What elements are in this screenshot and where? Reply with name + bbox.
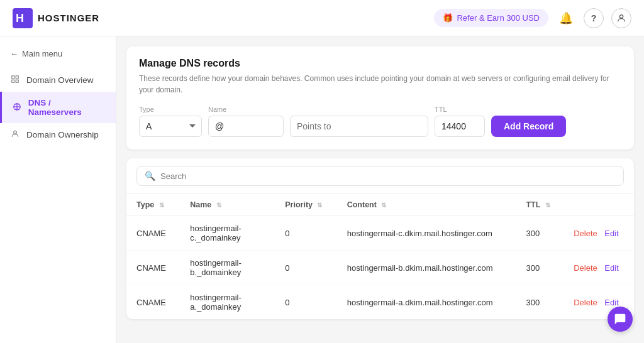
points-to-input[interactable] xyxy=(290,116,428,137)
cell-ttl-2: 300 xyxy=(516,285,564,320)
col-actions xyxy=(564,194,634,216)
edit-button-1[interactable]: Edit xyxy=(604,263,618,273)
table-row: CNAME hostingermail-a._domainkey 0 hosti… xyxy=(126,285,634,320)
type-field: Type A AAAA CNAME MX TXT NS SRV xyxy=(139,106,202,137)
cell-type-2: CNAME xyxy=(126,285,180,320)
ttl-label: TTL xyxy=(435,106,485,113)
cell-actions-1: Delete Edit xyxy=(564,251,634,285)
edit-button-0[interactable]: Edit xyxy=(604,229,618,238)
points-to-field xyxy=(290,104,428,137)
col-content: Content ⇅ xyxy=(337,194,516,216)
col-ttl: TTL ⇅ xyxy=(516,194,564,216)
cell-type-0: CNAME xyxy=(126,216,180,251)
ttl-input[interactable] xyxy=(435,116,485,137)
name-label: Name xyxy=(208,106,284,113)
content-sort-icon[interactable]: ⇅ xyxy=(381,202,386,209)
dns-form-row: Type A AAAA CNAME MX TXT NS SRV Name xyxy=(139,104,621,137)
cell-type-1: CNAME xyxy=(126,251,180,285)
priority-sort-icon[interactable]: ⇅ xyxy=(317,202,322,209)
cell-name-0: hostingermail-c._domainkey xyxy=(180,216,275,251)
svg-rect-5 xyxy=(12,80,14,82)
dns-icon xyxy=(12,102,22,113)
edit-button-2[interactable]: Edit xyxy=(604,298,618,307)
type-label: Type xyxy=(139,106,202,113)
name-field: Name xyxy=(208,106,284,137)
sidebar-item-domain-overview[interactable]: Domain Overview xyxy=(0,68,116,92)
notification-icon[interactable]: 🔔 xyxy=(556,8,576,28)
dns-form-description: These records define how your domain beh… xyxy=(139,73,621,95)
delete-button-0[interactable]: Delete xyxy=(574,229,597,238)
sidebar-item-domain-ownership[interactable]: Domain Ownership xyxy=(0,123,116,146)
svg-rect-6 xyxy=(16,80,18,82)
navbar: H HOSTINGER 🎁 Refer & Earn 300 USD 🔔 ? xyxy=(0,0,644,36)
sidebar: ← Main menu Domain Overview DNS / Namese… xyxy=(0,36,116,343)
cell-content-1: hostingermail-b.dkim.mail.hostinger.com xyxy=(337,251,516,285)
chat-bubble-button[interactable] xyxy=(608,307,633,332)
logo-text: HOSTINGER xyxy=(38,13,99,23)
search-row: 🔍 xyxy=(126,158,634,194)
cell-priority-1: 0 xyxy=(275,251,336,285)
dns-records-table: Type ⇅ Name ⇅ Priority ⇅ Content ⇅ TTL ⇅… xyxy=(126,194,634,319)
dns-records-table-card: 🔍 Type ⇅ Name ⇅ Priority ⇅ Content ⇅ TTL… xyxy=(126,158,634,319)
ownership-icon xyxy=(10,129,20,140)
delete-button-1[interactable]: Delete xyxy=(574,263,597,273)
search-icon: 🔍 xyxy=(145,171,155,181)
logo: H HOSTINGER xyxy=(13,8,99,28)
cell-priority-2: 0 xyxy=(275,285,336,320)
svg-point-9 xyxy=(14,131,17,134)
dns-form-title: Manage DNS records xyxy=(139,58,621,69)
col-priority: Priority ⇅ xyxy=(275,194,336,216)
nav-right: 🎁 Refer & Earn 300 USD 🔔 ? xyxy=(434,8,631,28)
svg-point-2 xyxy=(619,14,623,18)
cell-ttl-0: 300 xyxy=(516,216,564,251)
col-name: Name ⇅ xyxy=(180,194,275,216)
col-type: Type ⇅ xyxy=(126,194,180,216)
dns-form-card: Manage DNS records These records define … xyxy=(126,46,634,150)
ttl-field: TTL xyxy=(435,106,485,137)
search-input[interactable] xyxy=(160,172,616,181)
back-arrow-icon: ← xyxy=(10,49,18,58)
sidebar-item-dns-nameservers[interactable]: DNS / Nameservers xyxy=(0,92,116,123)
gift-icon: 🎁 xyxy=(443,13,453,23)
user-avatar[interactable] xyxy=(611,8,631,28)
back-menu-button[interactable]: ← Main menu xyxy=(0,44,116,63)
type-select[interactable]: A AAAA CNAME MX TXT NS SRV xyxy=(139,116,202,137)
domain-overview-icon xyxy=(10,75,20,85)
name-input[interactable] xyxy=(208,116,284,137)
refer-earn-button[interactable]: 🎁 Refer & Earn 300 USD xyxy=(434,9,548,27)
cell-content-0: hostingermail-c.dkim.mail.hostinger.com xyxy=(337,216,516,251)
delete-button-2[interactable]: Delete xyxy=(574,298,597,307)
cell-content-2: hostingermail-a.dkim.mail.hostinger.com xyxy=(337,285,516,320)
table-container: Type ⇅ Name ⇅ Priority ⇅ Content ⇅ TTL ⇅… xyxy=(126,194,634,319)
cell-actions-0: Delete Edit xyxy=(564,216,634,251)
table-header-row: Type ⇅ Name ⇅ Priority ⇅ Content ⇅ TTL ⇅ xyxy=(126,194,634,216)
help-icon[interactable]: ? xyxy=(584,8,604,28)
cell-name-2: hostingermail-a._domainkey xyxy=(180,285,275,320)
cell-ttl-1: 300 xyxy=(516,251,564,285)
cell-name-1: hostingermail-b._domainkey xyxy=(180,251,275,285)
search-wrap: 🔍 xyxy=(136,166,624,186)
content-area: Manage DNS records These records define … xyxy=(116,36,644,343)
main-layout: ← Main menu Domain Overview DNS / Namese… xyxy=(0,36,644,343)
svg-text:H: H xyxy=(16,12,24,24)
table-row: CNAME hostingermail-c._domainkey 0 hosti… xyxy=(126,216,634,251)
svg-rect-3 xyxy=(12,76,14,79)
table-row: CNAME hostingermail-b._domainkey 0 hosti… xyxy=(126,251,634,285)
name-sort-icon[interactable]: ⇅ xyxy=(216,202,221,209)
cell-priority-0: 0 xyxy=(275,216,336,251)
hostinger-logo-icon: H xyxy=(13,8,33,28)
svg-rect-4 xyxy=(16,76,18,79)
ttl-sort-icon[interactable]: ⇅ xyxy=(545,202,550,209)
type-sort-icon[interactable]: ⇅ xyxy=(159,202,164,209)
table-body: CNAME hostingermail-c._domainkey 0 hosti… xyxy=(126,216,634,320)
add-record-button[interactable]: Add Record xyxy=(491,116,566,137)
